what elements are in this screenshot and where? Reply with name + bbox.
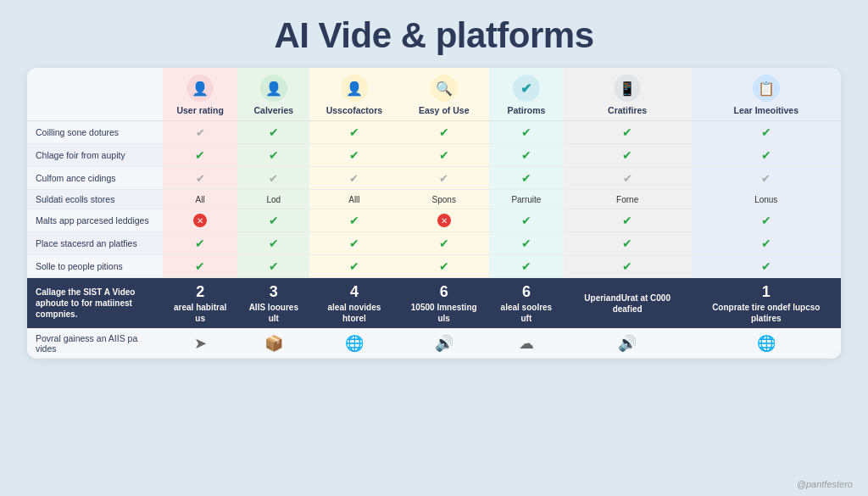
- cell: ✔: [489, 167, 564, 190]
- cell: ✔: [489, 121, 564, 144]
- comparison-table: 👤User rating👤Calveries👤Usscofactors🔍Easy…: [27, 68, 841, 359]
- summary-cell: 6aleal soolres uft: [489, 278, 564, 329]
- row-label: Suldati ecolls stores: [27, 190, 163, 209]
- cell: ✔: [237, 121, 309, 144]
- cell: ✔: [237, 209, 309, 232]
- cell: ✔: [692, 167, 841, 190]
- cell: All: [163, 190, 237, 209]
- summary-cell: 1Conprate tire ondef lupcso platires: [692, 278, 841, 329]
- last-row-icon-cell: ☁: [489, 329, 564, 359]
- summary-cell: UperiandUrat at C000 deafied: [564, 278, 692, 329]
- table-row: Chlage foir from aupity✔✔✔✔✔✔✔: [27, 144, 841, 167]
- row-label: Solle to people pitions: [27, 255, 163, 278]
- cell: ✕: [163, 209, 237, 232]
- summary-label: Callage the SIST A Video aphoute to for …: [27, 278, 163, 329]
- last-row: Povral gainess an AIIS pa vides➤📦🌐🔊☁🔊🌐: [27, 329, 841, 359]
- last-row-icon-cell: 🔊: [564, 329, 692, 359]
- cell: ✔: [692, 121, 841, 144]
- row-label: Coilling sone dotures: [27, 121, 163, 144]
- cell: ✔: [398, 167, 489, 190]
- last-row-icon-cell: 🌐: [309, 329, 398, 359]
- last-row-label: Povral gainess an AIIS pa vides: [27, 329, 163, 359]
- cell: ✕: [398, 209, 489, 232]
- cell: ✔: [309, 167, 398, 190]
- row-label: Culfom ance cidings: [27, 167, 163, 190]
- cell: Spons: [398, 190, 489, 209]
- cell: Lod: [237, 190, 309, 209]
- cell: ✔: [309, 121, 398, 144]
- table-row: Coilling sone dotures✔✔✔✔✔✔✔: [27, 121, 841, 144]
- cell: Forne: [564, 190, 692, 209]
- cell: ✔: [163, 232, 237, 255]
- header-col-7: 📋Lear Imeoitives: [692, 68, 841, 121]
- cell: ✔: [237, 167, 309, 190]
- page-title: AI Vide & platforms: [274, 15, 593, 56]
- summary-cell: 2areal habitral us: [163, 278, 237, 329]
- header-col-2: 👤Calveries: [237, 68, 309, 121]
- cell: ✔: [398, 144, 489, 167]
- cell: ✔: [237, 144, 309, 167]
- row-label: Chlage foir from aupity: [27, 144, 163, 167]
- cell: ✔: [692, 209, 841, 232]
- last-row-icon-cell: 🔊: [398, 329, 489, 359]
- cell: ✔: [163, 167, 237, 190]
- cell: ✔: [564, 144, 692, 167]
- last-row-icon-cell: ➤: [163, 329, 237, 359]
- last-row-icon-cell: 🌐: [692, 329, 841, 359]
- cell: ✔: [163, 144, 237, 167]
- cell: ✔: [309, 255, 398, 278]
- cell: ✔: [163, 255, 237, 278]
- table-row: Solle to people pitions✔✔✔✔✔✔✔: [27, 255, 841, 278]
- cell: ✔: [489, 144, 564, 167]
- cell: ✔: [237, 232, 309, 255]
- cell: ✔: [564, 232, 692, 255]
- table-row: Place stacesrd an platfies✔✔✔✔✔✔✔: [27, 232, 841, 255]
- header-col-4: 🔍Easy of Use: [398, 68, 489, 121]
- cell: ✔: [564, 255, 692, 278]
- table-row: Suldati ecolls storesAllLodAlllSponsParr…: [27, 190, 841, 209]
- cell: ✔: [692, 232, 841, 255]
- cell: ✔: [564, 209, 692, 232]
- cell: ✔: [309, 144, 398, 167]
- table-row: Malts app parcesed leddiges✕✔✔✕✔✔✔: [27, 209, 841, 232]
- cell: ✔: [237, 255, 309, 278]
- cell: ✔: [309, 209, 398, 232]
- watermark: @pantfestero: [797, 479, 853, 489]
- cell: Parruite: [489, 190, 564, 209]
- cell: ✔: [692, 144, 841, 167]
- row-label: Place stacesrd an platfies: [27, 232, 163, 255]
- header-row: 👤User rating👤Calveries👤Usscofactors🔍Easy…: [27, 68, 841, 121]
- cell: ✔: [398, 255, 489, 278]
- summary-row: Callage the SIST A Video aphoute to for …: [27, 278, 841, 329]
- summary-cell: 610500 Imnesting uls: [398, 278, 489, 329]
- last-row-icon-cell: 📦: [237, 329, 309, 359]
- row-label: Malts app parcesed leddiges: [27, 209, 163, 232]
- table-row: Culfom ance cidings✔✔✔✔✔✔✔: [27, 167, 841, 190]
- header-col-0: [27, 68, 163, 121]
- cell: ✔: [309, 232, 398, 255]
- header-col-1: 👤User rating: [163, 68, 237, 121]
- cell: Lonus: [692, 190, 841, 209]
- header-col-5: ✔Patiroms: [489, 68, 564, 121]
- cell: ✔: [692, 255, 841, 278]
- header-col-3: 👤Usscofactors: [309, 68, 398, 121]
- cell: Alll: [309, 190, 398, 209]
- cell: ✔: [564, 167, 692, 190]
- cell: ✔: [564, 121, 692, 144]
- cell: ✔: [398, 121, 489, 144]
- cell: ✔: [489, 232, 564, 255]
- summary-cell: 4aleal novides htorel: [309, 278, 398, 329]
- cell: ✔: [163, 121, 237, 144]
- header-col-6: 📱Cratifires: [564, 68, 692, 121]
- cell: ✔: [489, 209, 564, 232]
- summary-cell: 3AIIS looures ult: [237, 278, 309, 329]
- cell: ✔: [489, 255, 564, 278]
- cell: ✔: [398, 232, 489, 255]
